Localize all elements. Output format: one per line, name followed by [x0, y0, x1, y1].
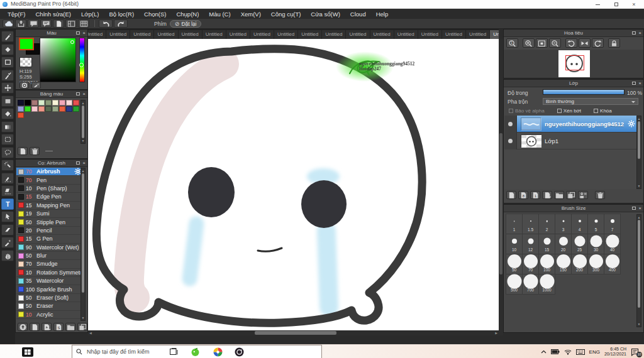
blend-mode-select[interactable]: Bình thường: [543, 98, 638, 105]
opacity-slider[interactable]: [543, 89, 625, 95]
palette-swatch[interactable]: [38, 100, 45, 106]
brush-item[interactable]: 15 Edge Pen: [16, 193, 83, 201]
document-tab[interactable]: Untitled: [226, 30, 250, 39]
layer-row[interactable]: Lớp1: [504, 133, 638, 149]
brush-size-cell[interactable]: 700: [522, 274, 539, 295]
canvas-vertical-scrollbar[interactable]: [499, 39, 503, 335]
zoom-in-button[interactable]: [523, 38, 535, 48]
brush-size-cell[interactable]: 1000: [538, 274, 555, 295]
brush-item[interactable]: 10 Pen (Sharp): [16, 185, 83, 193]
document-tab[interactable]: Untitled: [490, 30, 499, 39]
palette-swatch[interactable]: [18, 106, 24, 112]
brush-item[interactable]: 50 Stipple Pen: [16, 218, 83, 226]
brush-size-cell[interactable]: 500: [506, 274, 523, 295]
document-tab[interactable]: Untitled: [394, 30, 418, 39]
brush-item[interactable]: 19 Sumi: [16, 210, 83, 218]
document-tab[interactable]: Untitled: [154, 30, 177, 39]
popout-icon[interactable]: [76, 161, 80, 165]
palette-swatch[interactable]: [45, 100, 52, 106]
vscroll-thumb[interactable]: [499, 133, 502, 274]
palette-swatch[interactable]: [73, 100, 79, 106]
menu-item[interactable]: Help: [371, 11, 394, 18]
document-tab[interactable]: Untitled: [130, 30, 153, 39]
brush-item[interactable]: 100 Sparkle Brush: [16, 285, 83, 293]
clock[interactable]: 6:45 CH20/12/2021: [604, 347, 626, 357]
select-pen-tool[interactable]: [1, 173, 14, 184]
redo-button[interactable]: [114, 19, 128, 28]
app-icon-dark[interactable]: [234, 347, 244, 357]
brush-item[interactable]: 15 G Pen: [16, 235, 83, 243]
brush-size-cell[interactable]: 40: [604, 234, 621, 254]
script-brush-button[interactable]: S: [53, 323, 64, 331]
layer-scrollbar[interactable]: ▲▼: [636, 116, 641, 189]
brush-size-cell[interactable]: 30: [587, 234, 604, 254]
brush-item[interactable]: 50 Blur: [16, 252, 83, 260]
brush-item[interactable]: 20 Pencil: [16, 227, 83, 235]
menu-item[interactable]: Lớp(L): [76, 11, 104, 18]
battery-icon[interactable]: [551, 349, 560, 354]
palette-swatch[interactable]: [25, 100, 31, 106]
palette-resize-handle[interactable]: [45, 151, 53, 151]
close-button[interactable]: ×: [625, 0, 643, 9]
brush-item[interactable]: 15 Mapping Pen: [16, 202, 83, 210]
edit-brush-button[interactable]: [42, 323, 52, 331]
material-button[interactable]: [78, 19, 89, 28]
brush-scrollbar[interactable]: ▲▼: [80, 168, 86, 321]
brush-item[interactable]: 10 Rotation Symmetr: [16, 269, 83, 277]
minimize-button[interactable]: [589, 0, 606, 9]
soft-eraser-tool[interactable]: [1, 224, 14, 236]
popout-icon[interactable]: [632, 82, 636, 85]
cloud-button[interactable]: [3, 19, 14, 28]
delete-color-button[interactable]: [30, 147, 40, 155]
maximize-button[interactable]: [608, 0, 625, 9]
duplicate-brush-button[interactable]: [77, 323, 87, 331]
text-tool[interactable]: T: [1, 198, 14, 210]
delete-layer-button[interactable]: [595, 191, 605, 199]
brush-item[interactable]: 70 Smudge: [16, 260, 83, 268]
close-icon[interactable]: ×: [638, 30, 641, 37]
palette-swatch[interactable]: [66, 100, 72, 106]
brush-item[interactable]: 70 Airbrush: [16, 168, 83, 176]
palette-scrollbar[interactable]: ▲▼: [80, 100, 86, 144]
palette-swatch[interactable]: [73, 106, 79, 112]
layer-folder-button[interactable]: [554, 191, 564, 199]
layer-settings-icon[interactable]: [628, 120, 635, 127]
feedback-button[interactable]: [40, 19, 52, 28]
palette-swatch[interactable]: [25, 106, 31, 112]
palette-swatch[interactable]: [31, 106, 38, 112]
hue-bar[interactable]: [79, 38, 85, 82]
menu-item[interactable]: Cloud: [345, 11, 371, 18]
sync-brush-button[interactable]: [18, 323, 28, 331]
layer-visibility-toggle[interactable]: [504, 116, 517, 133]
document-tab[interactable]: Untitled: [370, 30, 394, 39]
popout-icon[interactable]: [632, 31, 636, 35]
language-indicator[interactable]: ENG: [589, 349, 600, 355]
color-wheel-button[interactable]: [19, 82, 29, 89]
brush-tool[interactable]: [1, 31, 14, 42]
app-icon-medibang[interactable]: [213, 347, 223, 357]
brush-size-cell[interactable]: 12: [522, 234, 539, 254]
brush-item[interactable]: 50 Eraser (Soft): [16, 294, 83, 302]
reset-rotation-button[interactable]: [579, 38, 591, 48]
palette-swatch[interactable]: [45, 106, 52, 112]
operation-tool[interactable]: [1, 211, 14, 222]
merge-layer-button[interactable]: [578, 191, 588, 199]
eraser-tool[interactable]: [1, 44, 14, 55]
close-icon[interactable]: ×: [638, 205, 641, 212]
brush-size-cell[interactable]: 5: [587, 214, 604, 234]
foreground-color-swatch[interactable]: [19, 38, 34, 50]
close-icon[interactable]: ×: [82, 90, 86, 98]
palette-swatch[interactable]: [59, 100, 65, 106]
hand-tool[interactable]: [1, 250, 14, 261]
brush-size-scrollbar[interactable]: ▲▼: [636, 214, 641, 327]
add-brush-button[interactable]: [30, 323, 40, 331]
add-layer-menu-button[interactable]: [542, 191, 552, 199]
brush-size-cell[interactable]: 50: [506, 254, 523, 274]
menu-item[interactable]: Chụp(N): [171, 11, 204, 18]
document-tab[interactable]: Untitled: [418, 30, 441, 39]
close-icon[interactable]: ×: [82, 30, 86, 37]
keyboard-icon[interactable]: [576, 349, 585, 355]
brush-size-cell[interactable]: 1: [506, 214, 523, 234]
menu-item[interactable]: Xem(V): [236, 11, 266, 18]
add-color-button[interactable]: [18, 147, 28, 155]
